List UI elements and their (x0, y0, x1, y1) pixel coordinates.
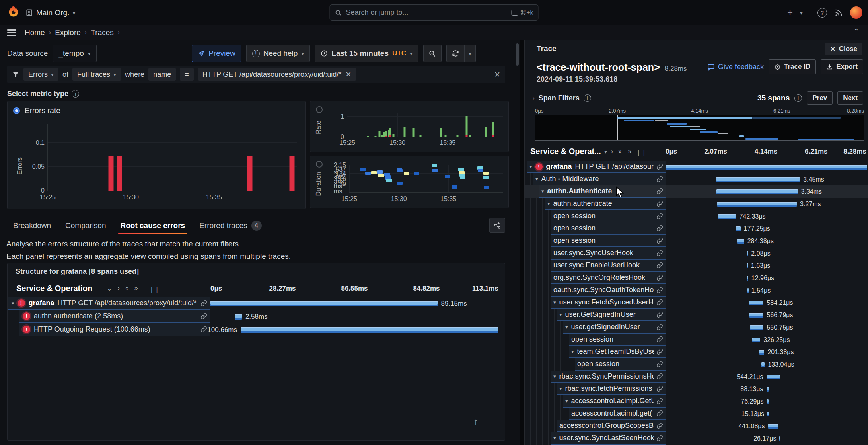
minimap-viewport-line[interactable] (617, 115, 618, 140)
caret-down-icon[interactable]: ▾ (565, 324, 568, 330)
structure-row[interactable]: !HTTP Outgoing Request (100.66ms)100.66m… (8, 323, 505, 336)
column-resizer[interactable]: ❘❘ (149, 286, 160, 293)
trace-span-row[interactable]: ▾authn.authenticate3.27ms (525, 198, 868, 210)
trace-span-row[interactable]: open session177.25μs (525, 222, 868, 235)
add-chevron-icon[interactable]: ▾ (800, 10, 803, 16)
breadcrumb-home[interactable]: Home (25, 28, 45, 37)
span-name-cell[interactable]: user.sync.SyncUserHook (551, 247, 666, 260)
span-name-cell[interactable]: !HTTP Outgoing Request (100.66ms) (19, 323, 210, 336)
tab-comparison[interactable]: Comparison (58, 217, 113, 234)
remove-filter-icon[interactable]: ✕ (345, 70, 351, 79)
trace-span-row[interactable]: user.sync.SyncUserHook2.08μs (525, 247, 868, 260)
duration-bar[interactable] (666, 165, 867, 170)
trace-span-row[interactable]: oauth.sync.SyncOauthTokenHook1.54μs (525, 284, 868, 297)
span-name-cell[interactable]: open session (575, 358, 666, 371)
help-icon[interactable]: ? (817, 8, 827, 18)
caret-down-icon[interactable]: ▾ (529, 164, 532, 170)
chevron-right-icon[interactable]: › (533, 95, 535, 101)
link-icon[interactable] (654, 336, 663, 343)
link-icon[interactable] (654, 274, 663, 281)
time-range-picker[interactable]: Last 15 minutes UTC ▾ (315, 45, 418, 62)
trace-id-button[interactable]: Trace ID (769, 59, 816, 74)
pane-divider[interactable] (520, 40, 524, 445)
collapse-one-icon[interactable]: ⌄ (107, 285, 112, 292)
duration-bar[interactable] (736, 226, 740, 231)
duration-bar[interactable] (749, 313, 763, 318)
duration-bar[interactable] (747, 251, 748, 256)
caret-down-icon[interactable]: ▾ (547, 201, 550, 207)
trace-minimap[interactable] (535, 115, 864, 141)
need-help-button[interactable]: ! Need help ▾ (246, 45, 310, 62)
filter-value-chip[interactable]: HTTP GET /api/datasources/proxy/uid/:uid… (198, 68, 356, 81)
caret-down-icon[interactable]: ▾ (565, 398, 568, 404)
trace-span-row[interactable]: ▾rbac.sync.fetchPermissions88.13μs (525, 383, 868, 395)
link-icon[interactable] (654, 200, 663, 207)
duration-bar[interactable] (241, 327, 498, 333)
search-input[interactable]: Search or jump to... ⌘+k (330, 4, 539, 21)
give-feedback-link[interactable]: Give feedback (707, 63, 764, 71)
column-resizer[interactable]: ❘❘ (636, 149, 647, 156)
minimap-viewport-line[interactable] (772, 115, 772, 140)
caret-down-icon[interactable]: ▾ (541, 188, 544, 194)
span-name-cell[interactable]: oauth.sync.SyncOauthTokenHook (551, 284, 666, 297)
breadcrumb-explore[interactable]: Explore (55, 28, 80, 37)
refresh-interval-dropdown[interactable]: ▾ (465, 45, 476, 62)
data-source-select[interactable]: _tempo ▾ (53, 45, 96, 62)
link-icon[interactable] (654, 237, 663, 244)
link-icon[interactable] (198, 300, 207, 306)
link-icon[interactable] (654, 225, 663, 232)
errors-rate-radio[interactable] (13, 107, 20, 114)
add-button[interactable]: + (787, 8, 793, 18)
trace-span-row[interactable]: ▾user.getSignedInUser550.75μs (525, 321, 868, 334)
span-name-cell[interactable]: !authn.authenticate (2.58ms) (19, 310, 210, 323)
link-icon[interactable] (198, 313, 207, 320)
link-icon[interactable] (654, 311, 663, 318)
expand-one-icon[interactable]: › (611, 148, 613, 155)
link-icon[interactable] (654, 250, 663, 256)
link-icon[interactable] (654, 163, 663, 170)
duration-bar[interactable] (759, 350, 765, 355)
trace-span-row[interactable]: ▾rbac.sync.SyncPermissionsHook544.21μs (525, 371, 868, 383)
breadcrumb-traces[interactable]: Traces (91, 28, 113, 37)
duration-bar[interactable] (767, 387, 769, 392)
span-filters-label[interactable]: Span Filters (539, 94, 580, 102)
duration-radio[interactable] (316, 161, 323, 168)
span-name-cell[interactable]: ▾authn.Authenticate (539, 185, 666, 198)
trace-span-row[interactable]: ▾Auth - Middleware3.45ms (525, 173, 868, 185)
link-icon[interactable] (654, 361, 663, 367)
trace-span-row[interactable]: open session284.38μs (525, 235, 868, 247)
filter-metric-dropdown[interactable]: Errors▾ (23, 68, 58, 81)
duration-bar[interactable] (737, 239, 744, 244)
link-icon[interactable] (654, 213, 663, 219)
caret-down-icon[interactable]: ▾ (12, 300, 14, 306)
zoom-out-button[interactable] (423, 45, 442, 62)
span-name-cell[interactable]: ▾user.GetSignedInUser (557, 309, 666, 321)
trace-span-row[interactable]: open session742.33μs (525, 210, 868, 222)
trace-span-row[interactable]: ▾user.sync.FetchSyncedUserHook584.21μs (525, 297, 868, 309)
news-icon[interactable] (834, 8, 843, 17)
org-switcher[interactable]: Main Org. ▾ (25, 8, 75, 17)
trace-span-row[interactable]: accesscontrol.acimpl.get(15.13μs (525, 408, 868, 420)
span-name-cell[interactable]: accesscontrol.acimpl.get( (569, 408, 666, 420)
duration-bar[interactable] (752, 338, 760, 342)
link-icon[interactable] (654, 410, 663, 417)
expand-all-icon[interactable]: » (628, 148, 631, 155)
duration-bar[interactable] (747, 263, 748, 268)
span-name-cell[interactable]: ▾!grafanaHTTP GET /api/datasources/proxy… (8, 297, 210, 310)
link-icon[interactable] (654, 287, 663, 293)
trace-span-row[interactable]: ▾authn.Authenticate3.34ms (525, 185, 868, 198)
chevron-down-icon[interactable]: ▾ (604, 148, 607, 155)
span-name-cell[interactable]: ▾user.sync.FetchSyncedUserHook (551, 297, 666, 309)
filter-operator-chip[interactable]: = (180, 68, 194, 81)
refresh-button[interactable] (446, 45, 465, 62)
link-icon[interactable] (654, 188, 663, 195)
duration-bar[interactable] (750, 325, 763, 330)
scroll-top-icon[interactable]: ↑ (473, 416, 478, 427)
link-icon[interactable] (654, 324, 663, 330)
link-icon[interactable] (654, 398, 663, 404)
span-name-cell[interactable]: ▾authn.authenticate (545, 198, 666, 210)
collapse-up-icon[interactable]: ⌃ (853, 27, 859, 36)
tab-errored-traces[interactable]: Errored traces4 (192, 217, 269, 234)
duration-bar[interactable] (716, 177, 800, 182)
prev-span-button[interactable]: Prev (807, 91, 833, 105)
